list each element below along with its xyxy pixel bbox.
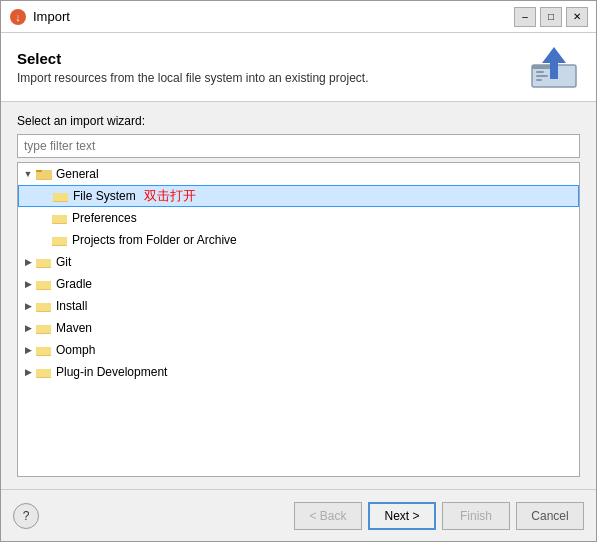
svg-rect-38: [36, 369, 51, 377]
folder-icon-fs: [53, 189, 69, 203]
import-dialog: ↓ Import – □ ✕ Select Import resources f…: [0, 0, 597, 542]
header-panel: Select Import resources from the local f…: [1, 33, 596, 102]
chevron-right-maven: ▶: [22, 322, 34, 334]
header-title: Select: [17, 50, 518, 67]
folder-icon-gradle: [36, 277, 52, 291]
tree-item-projects-folder[interactable]: Projects from Folder or Archive: [18, 229, 579, 251]
tree-item-plugin-dev-label: Plug-in Development: [56, 365, 167, 379]
tree-item-general[interactable]: ▼ General: [18, 163, 579, 185]
titlebar-icon: ↓: [9, 8, 27, 26]
titlebar-controls: – □ ✕: [514, 7, 588, 27]
finish-label: Finish: [460, 509, 492, 523]
chevron-right-git: ▶: [22, 256, 34, 268]
tree-item-maven-label: Maven: [56, 321, 92, 335]
spacer-icon2: [38, 212, 50, 224]
folder-icon-maven: [36, 321, 52, 335]
tree-item-file-system-label: File System: [73, 189, 136, 203]
folder-icon-plugin: [36, 365, 52, 379]
tree-container[interactable]: ▼ General File System 双击打开: [17, 162, 580, 477]
folder-icon-proj: [52, 233, 68, 247]
tree-item-maven[interactable]: ▶ Maven: [18, 317, 579, 339]
cancel-button[interactable]: Cancel: [516, 502, 584, 530]
svg-rect-6: [536, 75, 548, 77]
titlebar: ↓ Import – □ ✕: [1, 1, 596, 33]
import-header-icon: [528, 45, 580, 89]
svg-rect-35: [36, 347, 51, 355]
next-label: Next >: [384, 509, 419, 523]
tree-item-oomph[interactable]: ▶ Oomph: [18, 339, 579, 361]
chevron-right-plugin: ▶: [22, 366, 34, 378]
spacer-icon: [39, 190, 51, 202]
close-button[interactable]: ✕: [566, 7, 588, 27]
footer: ? < Back Next > Finish Cancel: [1, 489, 596, 541]
tree-item-preferences[interactable]: Preferences: [18, 207, 579, 229]
svg-rect-14: [53, 193, 68, 201]
svg-rect-23: [36, 259, 51, 267]
help-button[interactable]: ?: [13, 503, 39, 529]
filter-input[interactable]: [17, 134, 580, 158]
tree-item-plugin-dev[interactable]: ▶ Plug-in Development: [18, 361, 579, 383]
folder-icon-pref: [52, 211, 68, 225]
tree-item-git-label: Git: [56, 255, 71, 269]
tree-item-projects-folder-label: Projects from Folder or Archive: [72, 233, 237, 247]
tree-item-preferences-label: Preferences: [72, 211, 137, 225]
content-area: Select an import wizard: ▼ General: [1, 102, 596, 489]
folder-icon-oomph: [36, 343, 52, 357]
chevron-right-gradle: ▶: [22, 278, 34, 290]
tree-item-gradle[interactable]: ▶ Gradle: [18, 273, 579, 295]
chevron-right-oomph: ▶: [22, 344, 34, 356]
next-button[interactable]: Next >: [368, 502, 436, 530]
svg-rect-5: [536, 71, 544, 73]
tree-item-install-label: Install: [56, 299, 87, 313]
chevron-down-icon: ▼: [22, 168, 34, 180]
maximize-button[interactable]: □: [540, 7, 562, 27]
folder-open-icon: [36, 167, 52, 181]
spacer-icon3: [38, 234, 50, 246]
titlebar-title: Import: [33, 9, 514, 24]
svg-rect-29: [36, 303, 51, 311]
svg-rect-17: [52, 215, 67, 223]
svg-text:↓: ↓: [15, 11, 21, 23]
minimize-button[interactable]: –: [514, 7, 536, 27]
finish-button[interactable]: Finish: [442, 502, 510, 530]
tree-item-install[interactable]: ▶ Install: [18, 295, 579, 317]
header-text: Select Import resources from the local f…: [17, 50, 518, 85]
tree-item-gradle-label: Gradle: [56, 277, 92, 291]
svg-rect-32: [36, 325, 51, 333]
help-label: ?: [23, 509, 30, 523]
back-button[interactable]: < Back: [294, 502, 362, 530]
svg-rect-7: [536, 79, 542, 81]
cancel-label: Cancel: [531, 509, 568, 523]
tree-item-git[interactable]: ▶ Git: [18, 251, 579, 273]
wizard-label: Select an import wizard:: [17, 114, 580, 128]
folder-icon-install: [36, 299, 52, 313]
svg-rect-3: [532, 65, 552, 69]
back-label: < Back: [309, 509, 346, 523]
tree-item-file-system[interactable]: File System 双击打开: [18, 185, 579, 207]
tree-item-general-label: General: [56, 167, 99, 181]
tree-item-oomph-label: Oomph: [56, 343, 95, 357]
annotation-text: 双击打开: [144, 187, 196, 205]
header-subtitle: Import resources from the local file sys…: [17, 71, 518, 85]
svg-rect-20: [52, 237, 67, 245]
chevron-right-install: ▶: [22, 300, 34, 312]
svg-rect-26: [36, 281, 51, 289]
folder-icon-git: [36, 255, 52, 269]
svg-rect-11: [36, 170, 42, 172]
